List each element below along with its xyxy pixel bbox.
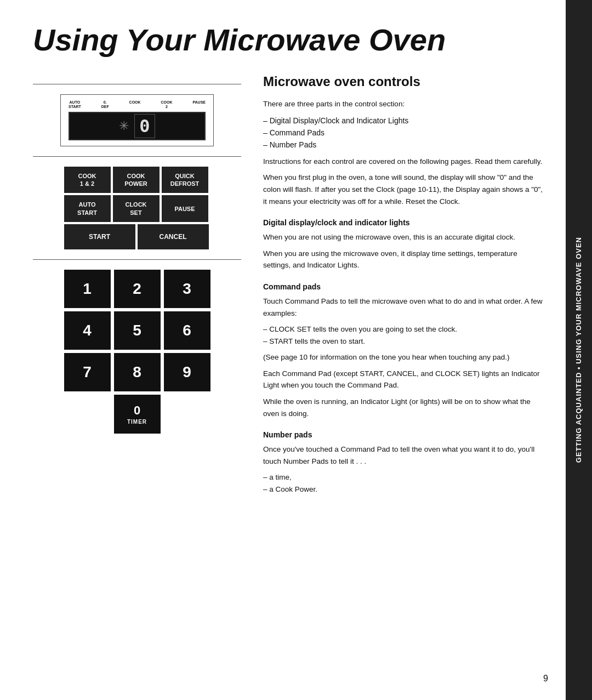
- number-pads-item-1: a time,: [263, 471, 544, 483]
- label-pause: PAUSE: [192, 100, 206, 110]
- command-pads-para3: Each Command Pad (except START, CANCEL, …: [263, 368, 544, 391]
- right-column: Microwave oven controls There are three …: [263, 74, 544, 500]
- command-pads-para2: (See page 10 for information on the tone…: [263, 351, 544, 363]
- num-4-button[interactable]: 4: [64, 311, 111, 350]
- quick-defrost-button[interactable]: QUICKDEFROST: [162, 167, 208, 194]
- two-column-layout: AUTOSTART 0.DEF COOK COOK2 PAUSE ✳ 0: [33, 74, 544, 500]
- num-7-button[interactable]: 7: [64, 353, 111, 391]
- intro-para2: When you first plug in the oven, a tone …: [263, 172, 544, 207]
- command-row-3: START CANCEL: [64, 224, 210, 249]
- vertical-tab-text: GETTING ACQUAINTED • USING YOUR MICROWAV…: [574, 237, 584, 463]
- intro-follow: Instructions for each control are covere…: [263, 156, 544, 168]
- digital-display-para1: When you are not using the microwave ove…: [263, 231, 544, 243]
- command-pads-section: COOK1 & 2 COOKPOWER QUICKDEFROST AUTOSTA…: [33, 167, 241, 249]
- clock-set-button[interactable]: CLOCKSET: [113, 195, 160, 222]
- zero-digit: 0: [134, 403, 140, 418]
- timer-label: TIMER: [127, 419, 147, 425]
- intro-lead: There are three parts in the control sec…: [263, 98, 544, 110]
- command-pads-para4: While the oven is running, an Indicator …: [263, 396, 544, 419]
- divider-mid: [33, 156, 241, 157]
- number-pads-item-2: a Cook Power.: [263, 483, 544, 496]
- num-2-button[interactable]: 2: [114, 270, 161, 308]
- start-button[interactable]: START: [64, 224, 135, 249]
- command-row-2: AUTOSTART CLOCKSET PAUSE: [64, 195, 210, 222]
- vertical-tab: GETTING ACQUAINTED • USING YOUR MICROWAV…: [566, 0, 592, 700]
- command-pads-item-1: CLOCK SET tells the oven you are going t…: [263, 323, 544, 335]
- page-container: GETTING ACQUAINTED • USING YOUR MICROWAV…: [0, 0, 592, 700]
- digital-display-para2: When you are using the microwave oven, i…: [263, 248, 544, 271]
- command-pads-list: CLOCK SET tells the oven you are going t…: [263, 323, 544, 347]
- cancel-button[interactable]: CANCEL: [138, 224, 209, 249]
- divider-lower: [33, 259, 241, 260]
- label-auto-start: AUTOSTART: [69, 100, 81, 110]
- label-cook: COOK: [129, 100, 141, 110]
- num-6-button[interactable]: 6: [164, 311, 210, 350]
- command-pads-item-2: START tells the oven to start.: [263, 335, 544, 348]
- command-row-1: COOK1 & 2 COOKPOWER QUICKDEFROST: [64, 167, 210, 194]
- command-pads-title: Command pads: [263, 282, 544, 291]
- auto-start-button[interactable]: AUTOSTART: [64, 195, 111, 222]
- display-digit: 0: [134, 114, 155, 138]
- command-pads-para1: Touch Command Pads to tell the microwave…: [263, 295, 544, 319]
- number-pads-grid: 1 2 3 4 5 6 7 8 9: [64, 270, 210, 391]
- section-heading: Microwave oven controls: [263, 74, 544, 89]
- digital-display-title: Digital display/clock and indicator ligh…: [263, 218, 544, 227]
- display-header-row: AUTOSTART 0.DEF COOK COOK2 PAUSE: [69, 100, 206, 110]
- number-pads-list: a time, a Cook Power.: [263, 471, 544, 495]
- num-3-button[interactable]: 3: [164, 270, 210, 308]
- num-5-button[interactable]: 5: [114, 311, 161, 350]
- num-1-button[interactable]: 1: [64, 270, 111, 308]
- num-8-button[interactable]: 8: [114, 353, 161, 391]
- intro-item-3: Number Pads: [263, 139, 544, 151]
- display-dots: ✳: [119, 119, 130, 133]
- label-cook2: COOK2: [161, 100, 172, 110]
- left-column: AUTOSTART 0.DEF COOK COOK2 PAUSE ✳ 0: [33, 74, 241, 500]
- num-0-button[interactable]: 0 TIMER: [114, 395, 161, 434]
- num-9-button[interactable]: 9: [164, 353, 210, 391]
- main-content: Using Your Microwave Oven AUTOSTART 0.DE…: [0, 0, 566, 700]
- zero-row: 0 TIMER: [33, 395, 241, 434]
- cook-1-2-button[interactable]: COOK1 & 2: [64, 167, 111, 194]
- cook-power-button[interactable]: COOKPOWER: [113, 167, 160, 194]
- intro-list: Digital Display/Clock and Indicator Ligh…: [263, 115, 544, 151]
- display-panel: AUTOSTART 0.DEF COOK COOK2 PAUSE ✳ 0: [60, 94, 214, 146]
- display-inner: ✳ 0: [119, 114, 155, 138]
- intro-item-1: Digital Display/Clock and Indicator Ligh…: [263, 115, 544, 127]
- page-title: Using Your Microwave Oven: [33, 22, 544, 58]
- divider-top: [33, 84, 241, 84]
- display-screen: ✳ 0: [69, 112, 206, 140]
- page-number: 9: [543, 674, 548, 684]
- number-pads-para1: Once you've touched a Command Pad to tel…: [263, 443, 544, 467]
- pause-button[interactable]: PAUSE: [162, 195, 208, 222]
- intro-item-2: Command Pads: [263, 127, 544, 139]
- label-def: 0.DEF: [101, 100, 109, 110]
- number-pads-title: Number pads: [263, 430, 544, 439]
